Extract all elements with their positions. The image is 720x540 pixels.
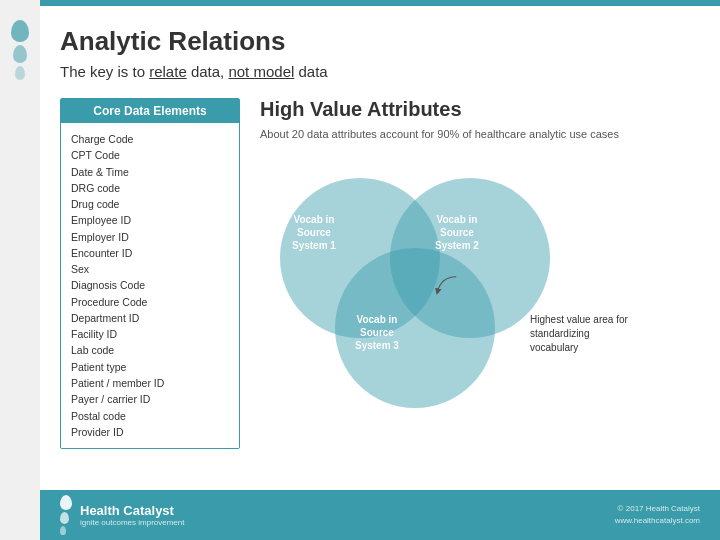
list-item: Date & Time	[71, 164, 229, 180]
subtitle-relate: relate	[149, 63, 187, 80]
left-logo-drops	[11, 20, 29, 80]
main-content: Analytic Relations The key is to relate …	[40, 6, 720, 490]
list-item: Payer / carrier ID	[71, 391, 229, 407]
footer-brand: Health Catalyst ignite outcomes improvem…	[80, 503, 185, 527]
drop-2	[13, 45, 27, 63]
list-item: Department ID	[71, 310, 229, 326]
drop-3	[15, 66, 25, 80]
footer-drop-1	[60, 495, 72, 510]
list-item: Patient / member ID	[71, 375, 229, 391]
list-item: DRG code	[71, 180, 229, 196]
list-item: Sex	[71, 261, 229, 277]
footer-copyright-line1: © 2017 Health Catalyst	[618, 504, 700, 513]
hva-subtitle: About 20 data attributes account for 90%…	[260, 127, 690, 142]
venn-label-system3: Vocab inSourceSystem 3	[355, 313, 399, 352]
footer-copyright: © 2017 Health Catalyst www.healthcatalys…	[615, 503, 700, 527]
highest-value-text: Highest value area for standardizing voc…	[530, 313, 640, 355]
list-item: Employee ID	[71, 212, 229, 228]
arrow-area	[430, 273, 460, 307]
list-item: Patient type	[71, 359, 229, 375]
list-item: Employer ID	[71, 229, 229, 245]
subtitle-part1: The key is to	[60, 63, 149, 80]
page-title: Analytic Relations	[60, 26, 690, 57]
footer-brand-name: Health Catalyst	[80, 503, 185, 518]
footer-brand-tagline: ignite outcomes improvement	[80, 518, 185, 527]
hva-section: High Value Attributes About 20 data attr…	[260, 98, 690, 449]
core-data-header: Core Data Elements	[61, 99, 239, 123]
list-item: Procedure Code	[71, 294, 229, 310]
footer-drop-3	[60, 526, 66, 535]
footer-logo: Health Catalyst ignite outcomes improvem…	[60, 495, 185, 535]
list-item: Postal code	[71, 408, 229, 424]
subtitle: The key is to relate data, not model dat…	[60, 63, 690, 80]
list-item: Diagnosis Code	[71, 277, 229, 293]
subtitle-not-model: not model	[228, 63, 294, 80]
venn-label-system1: Vocab inSourceSystem 1	[292, 213, 336, 252]
drop-1	[11, 20, 29, 42]
venn-diagram: Vocab inSourceSystem 1 Vocab inSourceSys…	[260, 158, 640, 398]
list-item: Charge Code	[71, 131, 229, 147]
two-column-layout: Core Data Elements Charge CodeCPT CodeDa…	[60, 98, 690, 449]
core-data-box: Core Data Elements Charge CodeCPT CodeDa…	[60, 98, 240, 449]
list-item: CPT Code	[71, 147, 229, 163]
subtitle-part2: data,	[187, 63, 229, 80]
footer: Health Catalyst ignite outcomes improvem…	[40, 490, 720, 540]
venn-label-system2: Vocab inSourceSystem 2	[435, 213, 479, 252]
list-item: Facility ID	[71, 326, 229, 342]
footer-right: © 2017 Health Catalyst www.healthcatalys…	[615, 503, 700, 527]
list-item: Provider ID	[71, 424, 229, 440]
arrow-icon	[430, 273, 460, 303]
footer-copyright-line2: www.healthcatalyst.com	[615, 516, 700, 525]
list-item: Encounter ID	[71, 245, 229, 261]
core-data-list: Charge CodeCPT CodeDate & TimeDRG codeDr…	[61, 123, 239, 448]
footer-drop-2	[60, 512, 69, 524]
list-item: Drug code	[71, 196, 229, 212]
footer-logo-drops	[60, 495, 72, 535]
list-item: Lab code	[71, 342, 229, 358]
subtitle-part3: data	[294, 63, 327, 80]
left-accent-panel	[0, 0, 40, 540]
hva-title: High Value Attributes	[260, 98, 690, 121]
